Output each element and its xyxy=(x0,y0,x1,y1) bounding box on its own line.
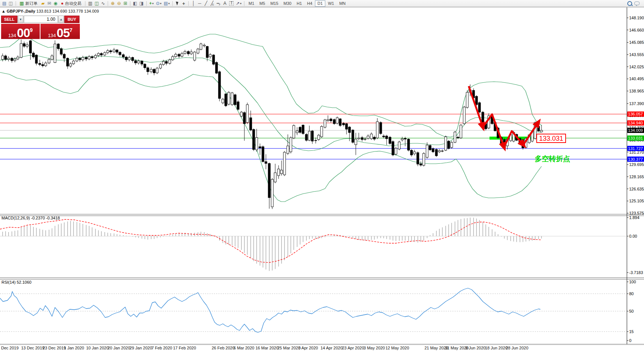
timeframe-d1[interactable]: D1 xyxy=(315,0,325,7)
gold-symbol-button[interactable] xyxy=(40,0,46,6)
bull-candle xyxy=(441,151,443,151)
bull-candle xyxy=(451,142,453,147)
bull-candle xyxy=(364,139,366,139)
bull-candle xyxy=(231,93,233,105)
bull-candle xyxy=(48,59,50,63)
autotrading-label: 自动交易 xyxy=(65,1,81,6)
bear-candle xyxy=(333,120,335,124)
timeframe-m5[interactable]: M5 xyxy=(257,0,268,7)
bar-chart-mode-button[interactable] xyxy=(87,0,93,6)
bear-candle xyxy=(218,72,221,98)
bull-candle xyxy=(72,61,75,63)
autotrading-button[interactable]: 自动交易 xyxy=(59,0,84,6)
bull-candle xyxy=(26,45,28,46)
bull-candle xyxy=(540,130,543,132)
buy-button[interactable]: BUY xyxy=(64,16,79,23)
sell-price-display[interactable]: 134 00 9 xyxy=(1,24,40,39)
bear-candle xyxy=(302,125,304,134)
bear-candle xyxy=(361,137,363,139)
bull-candle xyxy=(398,142,400,149)
new-order-button[interactable]: 新订单 xyxy=(17,0,40,6)
chart-shift-button[interactable] xyxy=(138,0,144,6)
sell-button[interactable]: SELL xyxy=(1,16,17,23)
chart-window-icon[interactable] xyxy=(1,0,7,6)
price-badge-text: 134.009 xyxy=(628,128,643,133)
bull-candle xyxy=(376,122,378,138)
timeframe-m30[interactable]: M30 xyxy=(281,0,294,7)
signals-button[interactable] xyxy=(52,0,59,6)
bear-candle xyxy=(243,113,245,124)
bear-candle xyxy=(57,44,59,49)
price-annotation-text: 133.031 xyxy=(539,135,563,142)
cursor-tool[interactable] xyxy=(174,0,180,6)
bull-candle xyxy=(370,134,373,139)
y-axis-label: 145.085 xyxy=(629,40,644,45)
bull-candle xyxy=(426,145,428,157)
periods-button[interactable]: ▾ xyxy=(155,0,163,6)
mailbox-button[interactable] xyxy=(46,0,52,6)
buy-price-display[interactable]: 134 05 7 xyxy=(40,24,80,39)
line-chart-mode-button[interactable] xyxy=(100,0,106,6)
bull-candle xyxy=(51,56,53,59)
x-axis-date-label: 23 Apr 2020 xyxy=(342,346,364,350)
x-axis-date-label: 6 Mar 2020 xyxy=(234,346,254,350)
text-tool[interactable] xyxy=(222,0,228,6)
bull-candle xyxy=(327,120,329,120)
text-label-tool[interactable]: T xyxy=(228,0,235,6)
indicators-button[interactable]: ▾ xyxy=(148,0,155,6)
collapse-arrow-icon[interactable]: ▲ xyxy=(1,9,6,13)
timeframe-mn[interactable]: MN xyxy=(336,0,348,7)
x-axis-date-label: 23 Dec 2019 xyxy=(43,346,66,350)
pivot-note-text: 多空转折点 xyxy=(535,155,570,163)
timeframe-h1[interactable]: H1 xyxy=(294,0,305,7)
bear-candle xyxy=(178,54,180,56)
chat-icon[interactable] xyxy=(633,0,641,6)
bull-candle xyxy=(293,126,295,138)
shapes-tool[interactable]: ▾ xyxy=(235,0,243,6)
fibonacci-tool[interactable]: F xyxy=(215,0,222,6)
candlestick-mode-button[interactable] xyxy=(94,0,100,6)
templates-button[interactable]: ▾ xyxy=(163,0,171,6)
bear-candle xyxy=(380,123,382,134)
bear-candle xyxy=(315,140,317,141)
bear-candle xyxy=(420,164,422,165)
bear-candle xyxy=(147,68,149,72)
timeframe-m15[interactable]: M15 xyxy=(268,0,281,7)
tile-windows-button[interactable] xyxy=(122,0,129,6)
bull-candle xyxy=(104,53,106,55)
bull-candle xyxy=(20,43,22,57)
bear-candle xyxy=(392,141,394,155)
volume-input[interactable]: 1.00 xyxy=(24,16,58,23)
zoom-out-button[interactable] xyxy=(116,0,122,6)
volume-increase-button[interactable]: ▲ xyxy=(58,16,64,23)
bear-candle xyxy=(119,52,121,55)
price-badge-text: 134.940 xyxy=(628,121,643,125)
auto-scroll-button[interactable] xyxy=(132,0,138,6)
bear-candle xyxy=(212,55,215,64)
zoom-in-button[interactable] xyxy=(110,0,116,6)
y-axis-label: 148.190 xyxy=(629,16,644,20)
macd-axis-label: -3.7183 xyxy=(629,270,643,275)
bear-candle xyxy=(42,65,44,66)
y-axis-label: 140.495 xyxy=(629,76,644,81)
rsi-axis-label: 0 xyxy=(629,338,631,343)
trendline-tool[interactable] xyxy=(203,0,209,6)
timeframe-h4[interactable]: H4 xyxy=(305,0,315,7)
bear-candle xyxy=(262,147,264,162)
horizontal-line-tool[interactable] xyxy=(196,0,203,6)
chart-canvas[interactable]: 133.031多空转折点148.190146.660145.085143.555… xyxy=(0,0,644,352)
market-watch-icon[interactable] xyxy=(7,0,14,6)
vertical-line-tool[interactable] xyxy=(190,0,196,6)
bear-candle xyxy=(330,119,332,121)
bull-candle xyxy=(159,65,162,68)
bear-candle xyxy=(234,95,236,105)
timeframe-w1[interactable]: W1 xyxy=(325,0,337,7)
volume-decrease-button[interactable]: ▼ xyxy=(18,16,23,23)
bear-candle xyxy=(39,63,41,65)
bull-candle xyxy=(137,61,140,63)
channel-tool[interactable]: E xyxy=(209,0,215,6)
crosshair-tool[interactable] xyxy=(180,0,187,6)
timeframe-m1[interactable]: M1 xyxy=(246,0,257,7)
search-icon[interactable] xyxy=(626,0,633,6)
bull-candle xyxy=(358,138,360,139)
